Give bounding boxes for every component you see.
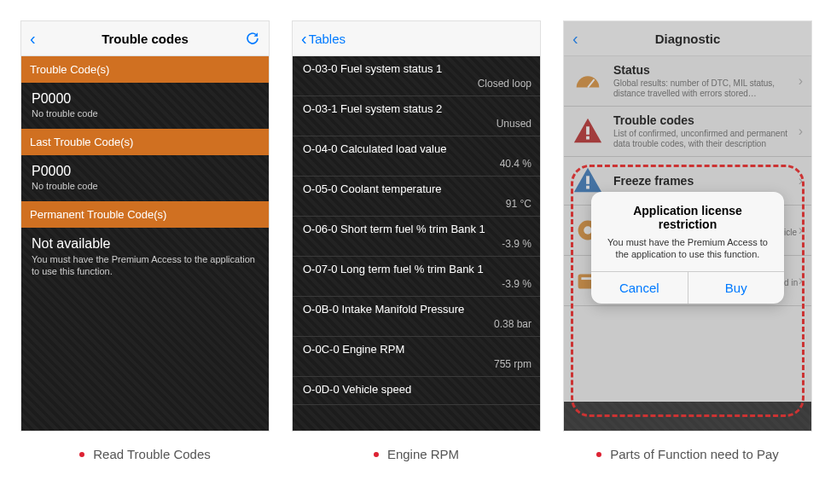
pid-label: O-04-0 Calculated load value xyxy=(303,142,531,155)
section-header: Last Trouble Code(s) xyxy=(21,129,269,155)
code-label: Not available xyxy=(32,236,258,252)
section-header: Permanent Trouble Code(s) xyxy=(21,201,269,228)
caption: Parts of Function need to Pay xyxy=(596,447,779,461)
pid-row[interactable]: O-03-1 Fuel system status 2Unused xyxy=(293,96,540,136)
pid-value: Closed loop xyxy=(303,78,531,90)
pid-row[interactable]: O-0D-0 Vehicle speed xyxy=(293,377,540,405)
refresh-icon xyxy=(245,31,260,46)
pid-row[interactable]: O-0C-0 Engine RPM755 rpm xyxy=(293,337,540,377)
pid-row[interactable]: O-03-0 Fuel system status 1Closed loop xyxy=(293,56,540,96)
pid-label: O-07-0 Long term fuel % trim Bank 1 xyxy=(303,263,531,275)
pid-row[interactable]: O-07-0 Long term fuel % trim Bank 1-3.9 … xyxy=(293,257,540,297)
caption: Read Trouble Codes xyxy=(79,447,211,461)
trouble-code-item[interactable]: Not available You must have the Premium … xyxy=(21,228,269,288)
back-button[interactable]: ‹ xyxy=(30,30,36,47)
navbar-tables: ‹ Tables xyxy=(293,21,540,56)
chevron-left-icon: ‹ xyxy=(30,30,36,47)
pid-value: 0.38 bar xyxy=(303,318,531,330)
bullet-icon xyxy=(79,452,84,457)
pid-value: -3.9 % xyxy=(303,238,531,250)
pid-row[interactable]: O-0B-0 Intake Manifold Pressure0.38 bar xyxy=(293,297,540,337)
pid-label: O-03-1 Fuel system status 2 xyxy=(303,102,531,115)
pid-row[interactable]: O-05-0 Coolant temperature91 °C xyxy=(293,177,540,217)
caption-text: Parts of Function need to Pay xyxy=(610,447,779,461)
pid-list[interactable]: O-03-0 Fuel system status 1Closed loopO-… xyxy=(293,56,540,405)
code-label: P0000 xyxy=(32,164,258,179)
refresh-button[interactable] xyxy=(245,31,260,46)
code-desc: No trouble code xyxy=(32,181,258,191)
pid-value: 755 rpm xyxy=(303,358,531,370)
caption: Engine RPM xyxy=(374,447,459,461)
navbar-trouble: ‹ Trouble codes xyxy=(21,21,269,56)
buy-button[interactable]: Buy xyxy=(688,272,785,304)
section-header: Trouble Code(s) xyxy=(21,56,269,83)
trouble-code-item[interactable]: P0000 No trouble code xyxy=(21,83,269,129)
col-diagnostic: ‹ Diagnostic StatusGlobal results: numbe… xyxy=(563,20,812,461)
pid-label: O-0D-0 Vehicle speed xyxy=(303,383,531,396)
trouble-code-item[interactable]: P0000 No trouble code xyxy=(21,155,269,201)
col-trouble-codes: ‹ Trouble codes Trouble Code(s) P0000 No… xyxy=(20,20,270,461)
phone-2: ‹ Tables O-03-0 Fuel system status 1Clos… xyxy=(292,20,541,432)
pid-row[interactable]: O-04-0 Calculated load value40.4 % xyxy=(293,136,540,177)
col-engine-rpm: ‹ Tables O-03-0 Fuel system status 1Clos… xyxy=(292,20,541,461)
code-desc: You must have the Premium Access to the … xyxy=(32,253,258,278)
pid-label: O-05-0 Coolant temperature xyxy=(303,182,531,195)
pid-value: 91 °C xyxy=(303,198,531,210)
pid-value: -3.9 % xyxy=(303,278,531,290)
alert-title: Application license restriction xyxy=(603,204,772,231)
phone-3: ‹ Diagnostic StatusGlobal results: numbe… xyxy=(563,20,812,432)
pid-row[interactable]: O-06-0 Short term fuel % trim Bank 1-3.9… xyxy=(293,217,540,257)
screenshots-row: ‹ Trouble codes Trouble Code(s) P0000 No… xyxy=(20,20,799,461)
pid-label: O-03-0 Fuel system status 1 xyxy=(303,62,531,75)
pid-label: O-06-0 Short term fuel % trim Bank 1 xyxy=(303,223,531,235)
code-label: P0000 xyxy=(32,91,258,107)
bullet-icon xyxy=(596,452,601,457)
caption-text: Read Trouble Codes xyxy=(93,447,211,461)
pid-label: O-0C-0 Engine RPM xyxy=(303,343,531,356)
chevron-left-icon: ‹ xyxy=(301,30,307,47)
screen-title: Trouble codes xyxy=(21,32,269,46)
alert-message: You must have the Premium Access to the … xyxy=(603,236,772,261)
pid-label: O-0B-0 Intake Manifold Pressure xyxy=(303,303,531,316)
back-button[interactable]: ‹ Tables xyxy=(301,30,346,47)
bullet-icon xyxy=(374,452,379,457)
license-alert: Application license restriction You must… xyxy=(591,192,784,304)
cancel-button[interactable]: Cancel xyxy=(591,272,688,304)
back-label: Tables xyxy=(309,32,346,46)
pid-value: Unused xyxy=(303,118,531,130)
caption-text: Engine RPM xyxy=(387,447,459,461)
code-desc: No trouble code xyxy=(32,108,258,119)
pid-value: 40.4 % xyxy=(303,158,531,170)
phone-1: ‹ Trouble codes Trouble Code(s) P0000 No… xyxy=(20,20,270,432)
